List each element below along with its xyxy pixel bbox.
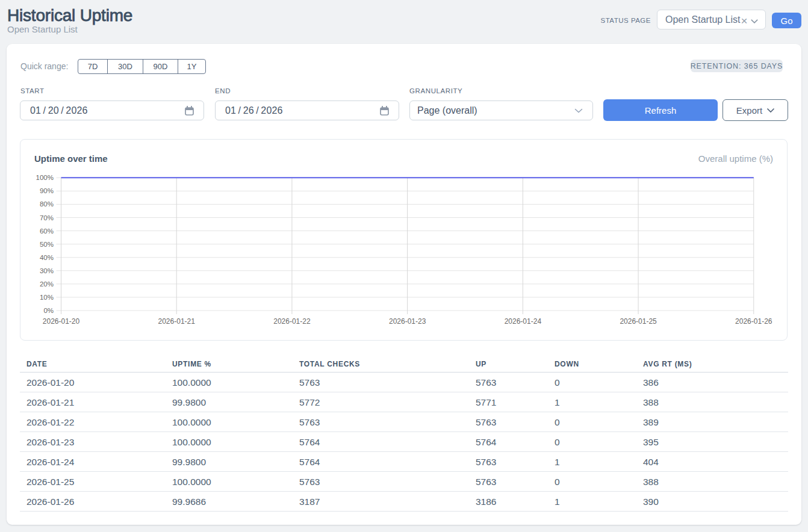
svg-text:90%: 90% [40,187,54,194]
svg-text:2026-01-20: 2026-01-20 [43,317,80,326]
svg-text:50%: 50% [40,241,54,248]
svg-text:0%: 0% [43,307,54,314]
svg-text:40%: 40% [40,254,54,261]
svg-text:30%: 30% [40,267,54,274]
svg-text:10%: 10% [40,294,54,301]
svg-text:100%: 100% [36,174,54,181]
svg-text:2026-01-24: 2026-01-24 [505,317,542,326]
svg-text:70%: 70% [40,214,54,221]
svg-text:2026-01-21: 2026-01-21 [158,317,196,326]
svg-text:2026-01-23: 2026-01-23 [389,317,426,326]
svg-text:60%: 60% [40,227,54,235]
svg-text:2026-01-22: 2026-01-22 [273,317,311,326]
svg-text:80%: 80% [40,200,54,208]
svg-text:2026-01-26: 2026-01-26 [735,317,772,326]
svg-text:20%: 20% [40,280,54,288]
svg-text:2026-01-25: 2026-01-25 [620,317,657,326]
